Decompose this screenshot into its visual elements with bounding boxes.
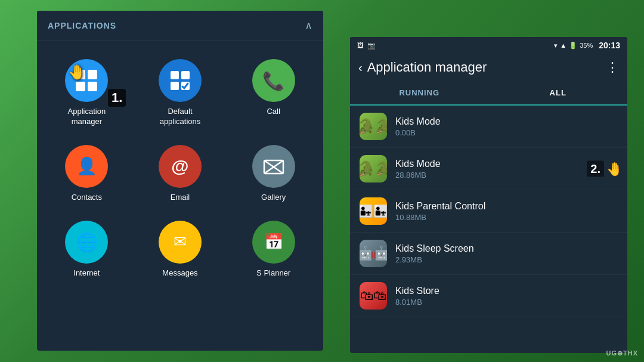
- app-item-email[interactable]: @ Email: [137, 139, 224, 209]
- kids-mode-2-info: Kids Mode 28.86MB: [395, 159, 618, 180]
- panel-title: APPLICATIONS: [48, 21, 116, 30]
- app-icon-messages: ✉: [159, 221, 202, 264]
- kids-store-name: Kids Store: [395, 286, 618, 296]
- step-2-badge: 2.: [587, 161, 604, 177]
- kids-mode-1-icon: 🐊: [360, 113, 387, 140]
- app-item-contacts[interactable]: 👤 Contacts: [43, 139, 131, 209]
- app-label-contacts: Contacts: [72, 193, 102, 203]
- kids-sleep-icon: 🤖: [360, 240, 387, 267]
- app-icon-contacts: 👤: [65, 145, 108, 188]
- svg-rect-1: [181, 71, 190, 79]
- list-item-kids-sleep[interactable]: 🤖 Kids Sleep Screen 2.93MB: [350, 233, 627, 275]
- chevron-icon: ∧: [305, 19, 312, 32]
- tab-all[interactable]: ALL: [489, 81, 628, 104]
- app-icon-email: @: [159, 145, 202, 188]
- status-bar: 🖼 📷 ▾ ▲ 🔋 35% 20:13: [350, 37, 627, 54]
- kids-store-info: Kids Store 8.01MB: [395, 286, 618, 307]
- list-item-kids-parental[interactable]: 👨‍👧 Kids Parental Control 10.88MB: [350, 190, 627, 233]
- kids-store-icon: 🛍: [360, 282, 387, 310]
- kids-sleep-name: Kids Sleep Screen: [395, 243, 618, 254]
- app-item-call[interactable]: 📞 Call: [230, 53, 317, 133]
- status-time: 20:13: [599, 41, 620, 50]
- kids-mode-1-name: Kids Mode: [395, 116, 618, 127]
- kids-mode-2-icon: 🐊: [360, 155, 387, 182]
- svg-rect-0: [171, 71, 179, 79]
- tabs-container: RUNNING ALL: [350, 81, 627, 106]
- app-list: 🐊 Kids Mode 0.00B 🐊 Kids Mode 28.86MB 2.…: [350, 106, 627, 317]
- more-menu-button[interactable]: ⋮: [606, 60, 619, 75]
- kids-mode-2-name: Kids Mode: [395, 159, 618, 169]
- camera-icon: 📷: [367, 42, 376, 49]
- battery-percent: 35%: [580, 42, 593, 49]
- kids-sleep-info: Kids Sleep Screen 2.93MB: [395, 243, 618, 264]
- step-1-badge: 1.: [108, 89, 126, 107]
- app-label-app-manager: Applicationmanager: [68, 107, 106, 127]
- panel-header: APPLICATIONS ∧: [37, 11, 323, 41]
- kids-mode-1-info: Kids Mode 0.00B: [395, 116, 618, 137]
- kids-parental-size: 10.88MB: [395, 213, 618, 222]
- app-manager-title: Application manager: [367, 60, 606, 75]
- app-manager-header: ‹ Application manager ⋮: [350, 54, 627, 81]
- app-label-default-apps: Defaultapplications: [160, 107, 201, 127]
- hand-cursor-2: 🤚: [606, 161, 623, 177]
- image-icon: 🖼: [357, 42, 364, 49]
- kids-parental-name: Kids Parental Control: [395, 201, 618, 212]
- signal-icon: ▲: [560, 42, 566, 49]
- app-grid: 1. Applicationmanager 🤚 Defaultapplicati…: [37, 41, 323, 296]
- list-item-kids-mode-2[interactable]: 🐊 Kids Mode 28.86MB 2. 🤚: [350, 148, 627, 190]
- app-label-call: Call: [267, 107, 280, 117]
- app-item-gallery[interactable]: Gallery: [230, 139, 317, 209]
- watermark: UG⊕THX: [606, 349, 639, 357]
- kids-store-size: 8.01MB: [395, 298, 618, 307]
- app-icon-internet: 🌐: [65, 221, 108, 264]
- list-item-kids-store[interactable]: 🛍 Kids Store 8.01MB: [350, 275, 627, 317]
- list-item-kids-mode-1[interactable]: 🐊 Kids Mode 0.00B: [350, 106, 627, 148]
- hand-cursor-1: 🤚: [68, 64, 86, 81]
- app-icon-s-planner: 📅: [252, 221, 295, 264]
- app-item-s-planner[interactable]: 📅 S Planner: [230, 215, 317, 284]
- battery-icon: 🔋: [569, 42, 577, 49]
- app-item-default-apps[interactable]: Defaultapplications: [137, 53, 224, 133]
- kids-mode-1-size: 0.00B: [395, 128, 618, 137]
- app-item-app-manager[interactable]: 1. Applicationmanager 🤚: [43, 53, 131, 133]
- wifi-icon: ▾: [554, 42, 558, 49]
- kids-sleep-size: 2.93MB: [395, 255, 618, 264]
- back-button[interactable]: ‹: [358, 61, 363, 75]
- kids-mode-2-size: 28.86MB: [395, 171, 618, 180]
- app-icon-default-apps: [159, 59, 202, 102]
- app-label-email: Email: [171, 193, 190, 203]
- app-label-s-planner: S Planner: [256, 268, 290, 279]
- app-item-messages[interactable]: ✉ Messages: [137, 215, 224, 284]
- status-right-icons: ▾ ▲ 🔋 35% 20:13: [554, 41, 620, 50]
- tab-running[interactable]: RUNNING: [350, 81, 489, 104]
- app-label-messages: Messages: [162, 268, 197, 279]
- svg-rect-2: [171, 82, 179, 90]
- app-icon-call: 📞: [252, 59, 295, 102]
- app-label-internet: Internet: [73, 268, 100, 279]
- status-left-icons: 🖼 📷: [357, 42, 376, 49]
- kids-parental-info: Kids Parental Control 10.88MB: [395, 201, 618, 222]
- step-2-overlay: 2. 🤚: [587, 161, 623, 177]
- app-label-gallery: Gallery: [261, 193, 286, 203]
- kids-parental-icon: 👨‍👧: [360, 197, 387, 225]
- right-panel: 🖼 📷 ▾ ▲ 🔋 35% 20:13 ‹ Application manage…: [350, 37, 627, 353]
- app-icon-gallery: [252, 145, 295, 188]
- left-panel: APPLICATIONS ∧ 1. Applicationmanager 🤚: [37, 11, 323, 351]
- app-item-internet[interactable]: 🌐 Internet: [43, 215, 131, 284]
